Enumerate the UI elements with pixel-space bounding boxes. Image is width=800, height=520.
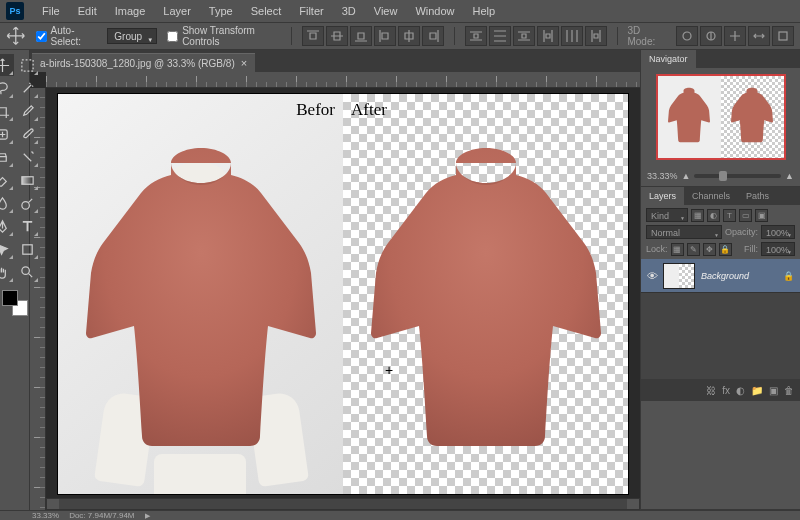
distribute-vcenter-button[interactable] xyxy=(489,26,511,46)
after-label: After xyxy=(351,100,387,120)
lock-pixels-icon[interactable]: ✎ xyxy=(687,243,700,256)
shape-tool[interactable] xyxy=(15,238,39,260)
3d-slide-button[interactable] xyxy=(748,26,770,46)
path-select-tool[interactable] xyxy=(0,238,14,260)
layer-thumbnail[interactable] xyxy=(663,263,695,289)
type-tool[interactable] xyxy=(15,215,39,237)
show-transform-checkbox[interactable]: Show Transform Controls xyxy=(167,25,281,47)
layer-fx-icon[interactable]: fx xyxy=(722,385,730,396)
clone-stamp-tool[interactable] xyxy=(0,146,14,168)
3d-orbit-button[interactable] xyxy=(676,26,698,46)
visibility-icon[interactable]: 👁 xyxy=(641,270,663,282)
distribute-hcenter-button[interactable] xyxy=(561,26,583,46)
document-viewport[interactable]: Befor After xyxy=(46,88,640,510)
menu-file[interactable]: File xyxy=(34,3,68,19)
status-doc-info[interactable]: Doc: 7.94M/7.94M xyxy=(69,511,134,520)
filter-pixel-icon[interactable]: ▦ xyxy=(691,209,704,222)
zoom-tool[interactable] xyxy=(15,261,39,283)
hand-tool[interactable] xyxy=(0,261,14,283)
horizontal-ruler[interactable] xyxy=(46,72,640,88)
align-hcenter-button[interactable] xyxy=(398,26,420,46)
3d-scale-button[interactable] xyxy=(772,26,794,46)
dodge-tool[interactable] xyxy=(15,192,39,214)
document-tab[interactable]: a-birds-150308_1280.jpg @ 33.3% (RGB/8) … xyxy=(32,53,255,72)
menu-select[interactable]: Select xyxy=(243,3,290,19)
layer-name: Background xyxy=(701,271,749,281)
shirt-before xyxy=(86,148,316,468)
lock-icon[interactable]: 🔒 xyxy=(783,271,794,281)
delete-layer-icon[interactable]: 🗑 xyxy=(784,385,794,396)
horizontal-scrollbar[interactable] xyxy=(46,498,640,510)
close-tab-icon[interactable]: × xyxy=(241,57,247,69)
crop-tool[interactable] xyxy=(0,100,14,122)
pen-tool[interactable] xyxy=(0,215,14,237)
navigator-tab[interactable]: Navigator xyxy=(641,50,696,68)
gradient-tool[interactable] xyxy=(15,169,39,191)
align-top-button[interactable] xyxy=(302,26,324,46)
distribute-top-button[interactable] xyxy=(465,26,487,46)
3d-roll-button[interactable] xyxy=(700,26,722,46)
filter-shape-icon[interactable]: ▭ xyxy=(739,209,752,222)
paths-tab[interactable]: Paths xyxy=(738,187,777,205)
move-tool[interactable] xyxy=(0,54,14,76)
svg-rect-2 xyxy=(779,32,787,40)
layer-row[interactable]: 👁 Background 🔒 xyxy=(641,259,800,293)
layers-list: 👁 Background 🔒 xyxy=(641,259,800,379)
opacity-input[interactable]: 100% xyxy=(761,225,795,239)
align-vcenter-button[interactable] xyxy=(326,26,348,46)
distribute-bottom-button[interactable] xyxy=(513,26,535,46)
filter-adjust-icon[interactable]: ◐ xyxy=(707,209,720,222)
eyedropper-tool[interactable] xyxy=(15,100,39,122)
align-bottom-button[interactable] xyxy=(350,26,372,46)
lock-all-icon[interactable]: 🔒 xyxy=(719,243,732,256)
zoom-slider[interactable] xyxy=(694,174,781,178)
align-left-button[interactable] xyxy=(374,26,396,46)
magic-wand-tool[interactable] xyxy=(15,77,39,99)
lasso-tool[interactable] xyxy=(0,77,14,99)
channels-tab[interactable]: Channels xyxy=(684,187,738,205)
align-right-button[interactable] xyxy=(422,26,444,46)
layer-mask-icon[interactable]: ◐ xyxy=(736,385,745,396)
menu-window[interactable]: Window xyxy=(407,3,462,19)
menu-filter[interactable]: Filter xyxy=(291,3,331,19)
brush-tool[interactable] xyxy=(15,123,39,145)
eraser-tool[interactable] xyxy=(0,169,14,191)
status-bar: 33.33% Doc: 7.94M/7.94M ▶ xyxy=(0,510,800,520)
color-swatches[interactable] xyxy=(2,290,28,316)
menu-image[interactable]: Image xyxy=(107,3,154,19)
3d-pan-button[interactable] xyxy=(724,26,746,46)
menu-edit[interactable]: Edit xyxy=(70,3,105,19)
blend-mode-dropdown[interactable]: Normal xyxy=(646,225,722,239)
blur-tool[interactable] xyxy=(0,192,14,214)
menu-type[interactable]: Type xyxy=(201,3,241,19)
link-layers-icon[interactable]: ⛓ xyxy=(706,385,716,396)
new-group-icon[interactable]: 📁 xyxy=(751,385,763,396)
status-zoom[interactable]: 33.33% xyxy=(32,511,59,520)
menu-bar: Ps File Edit Image Layer Type Select Fil… xyxy=(0,0,800,22)
lock-transparent-icon[interactable]: ▦ xyxy=(671,243,684,256)
distribute-left-button[interactable] xyxy=(537,26,559,46)
auto-select-checkbox[interactable]: Auto-Select: xyxy=(36,25,98,47)
zoom-out-icon[interactable]: ▲ xyxy=(682,171,691,181)
distribute-right-button[interactable] xyxy=(585,26,607,46)
layers-tab[interactable]: Layers xyxy=(641,187,684,205)
fill-input[interactable]: 100% xyxy=(761,242,795,256)
lock-position-icon[interactable]: ✥ xyxy=(703,243,716,256)
layer-filter-dropdown[interactable]: Kind xyxy=(646,208,688,222)
zoom-in-icon[interactable]: ▲ xyxy=(785,171,794,181)
navigator-zoom-value[interactable]: 33.33% xyxy=(647,171,678,181)
navigator-thumbnail[interactable] xyxy=(656,74,786,160)
filter-type-icon[interactable]: T xyxy=(723,209,736,222)
marquee-tool[interactable] xyxy=(15,54,39,76)
menu-view[interactable]: View xyxy=(366,3,406,19)
healing-brush-tool[interactable] xyxy=(0,123,14,145)
menu-layer[interactable]: Layer xyxy=(155,3,199,19)
history-brush-tool[interactable] xyxy=(15,146,39,168)
tools-panel xyxy=(0,50,30,510)
menu-help[interactable]: Help xyxy=(465,3,504,19)
new-layer-icon[interactable]: ▣ xyxy=(769,385,778,396)
filter-smart-icon[interactable]: ▣ xyxy=(755,209,768,222)
foreground-color-swatch[interactable] xyxy=(2,290,18,306)
menu-3d[interactable]: 3D xyxy=(334,3,364,19)
auto-select-dropdown[interactable]: Group xyxy=(107,28,157,44)
